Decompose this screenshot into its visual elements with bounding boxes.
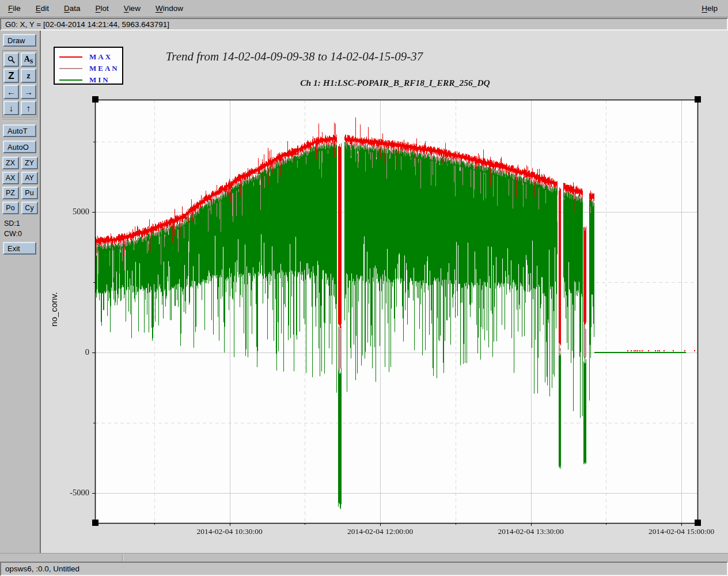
host-display-title: opsws6, :0.0, Untitled	[5, 564, 79, 573]
pan-right-button-glyph: →	[24, 87, 33, 97]
menu-item-file[interactable]: File	[6, 2, 23, 14]
y-tick-label: -5000	[41, 488, 89, 498]
plot-canvas[interactable]	[41, 31, 728, 553]
axis-button-grid: ZXZYAXAYPZPuPoCy	[2, 157, 37, 214]
legend-label: MAX	[89, 52, 112, 62]
zoom-in-button[interactable]: Z	[3, 69, 19, 83]
zoom-tool-button[interactable]	[3, 52, 19, 67]
menu-item-edit[interactable]: Edit	[33, 2, 51, 14]
y-axis-label: no_conv.	[49, 275, 59, 344]
sd-status-label: SD:1	[2, 218, 37, 228]
zoom-in-button-glyph: Z	[8, 70, 14, 82]
pan-right-button[interactable]: →	[21, 85, 36, 99]
legend: MAXMEANMIN	[54, 47, 123, 85]
toolbar-separator	[2, 120, 37, 121]
pz-button[interactable]: PZ	[2, 187, 19, 199]
menu-item-help[interactable]: Help	[699, 2, 720, 14]
cy-button[interactable]: Cy	[21, 202, 38, 214]
coordinate-status-bar: G0: X, Y = [02-04-2014 14:21:44, 5963.64…	[0, 18, 728, 31]
draw-button[interactable]: Draw	[3, 34, 36, 47]
menu-item-data[interactable]: Data	[62, 2, 83, 14]
cw-status-label: CW:0	[2, 228, 37, 238]
legend-line-mean	[59, 68, 82, 69]
ax-button[interactable]: AX	[2, 172, 19, 184]
ay-button[interactable]: AY	[21, 172, 38, 184]
x-tick-label: 2014-02-04 13:30:00	[498, 527, 563, 536]
pan-down-button-glyph: ↓	[9, 103, 14, 113]
legend-entry-max: MAX	[59, 51, 122, 63]
dataviewer-window: FileEditDataPlotViewWindow Help G0: X, Y…	[0, 0, 728, 576]
legend-entry-min: MIN	[59, 74, 122, 86]
pan-left-button-glyph: ←	[7, 87, 16, 97]
pan-up-button-glyph: ↑	[26, 103, 31, 113]
pu-button[interactable]: Pu	[21, 187, 38, 199]
coordinate-readout: G0: X, Y = [02-04-2014 14:21:44, 5963.64…	[5, 20, 169, 29]
legend-line-max	[59, 56, 82, 58]
menu-bar: FileEditDataPlotViewWindow Help	[0, 0, 728, 17]
x-tick-label: 2014-02-04 12:00:00	[347, 527, 413, 536]
pan-up-button[interactable]: ↑	[21, 101, 36, 115]
menu-item-plot[interactable]: Plot	[93, 2, 111, 14]
legend-entry-mean: MEAN	[59, 63, 122, 74]
autot-button[interactable]: AutoT	[3, 124, 36, 137]
zoom-pan-group: ASZz←→↓↑	[2, 50, 37, 118]
legend-line-min	[59, 79, 82, 81]
menu-bar-left: FileEditDataPlotViewWindow	[0, 2, 185, 14]
x-tick-label: 2014-02-04 15:00:00	[649, 527, 714, 536]
menu-item-view[interactable]: View	[122, 2, 143, 14]
bottom-strip	[0, 553, 728, 562]
menu-bar-right: Help	[699, 2, 728, 14]
autoo-button[interactable]: AutoO	[3, 141, 36, 153]
plot-area: MAXMEANMIN Trend from 14-02-04-09-09-38 …	[41, 31, 728, 553]
legend-label: MIN	[89, 75, 110, 85]
y-tick-label: 0	[41, 347, 89, 357]
window-status-bar: opsws6, :0.0, Untitled	[0, 562, 728, 576]
menu-item-window[interactable]: Window	[153, 2, 185, 14]
chart-title: Trend from 14-02-04-09-09-38 to 14-02-04…	[139, 50, 450, 64]
pan-down-button[interactable]: ↓	[3, 101, 19, 115]
po-button[interactable]: Po	[2, 202, 19, 214]
strip-divider	[122, 554, 123, 562]
zx-button[interactable]: ZX	[2, 157, 19, 169]
magnifier-icon	[7, 55, 16, 65]
zy-button[interactable]: ZY	[21, 157, 38, 169]
y-tick-label: 5000	[41, 207, 89, 217]
legend-label: MEAN	[89, 64, 119, 73]
pan-left-button[interactable]: ←	[3, 85, 19, 99]
chart-subtitle: Ch 1: H1:LSC-POPAIR_B_RF18_I_ERR_256_DQ	[237, 78, 553, 88]
zoom-out-button-glyph: z	[26, 71, 31, 80]
exit-button[interactable]: Exit	[3, 242, 36, 255]
toolbar: Draw ASZz←→↓↑ AutoT AutoO ZXZYAXAYPZPuPo…	[0, 31, 41, 562]
autoscale-button[interactable]: AS	[21, 52, 36, 67]
autoscale-icon: AS	[24, 55, 33, 65]
x-tick-label: 2014-02-04 10:30:00	[196, 527, 262, 536]
zoom-out-button[interactable]: z	[21, 69, 36, 83]
